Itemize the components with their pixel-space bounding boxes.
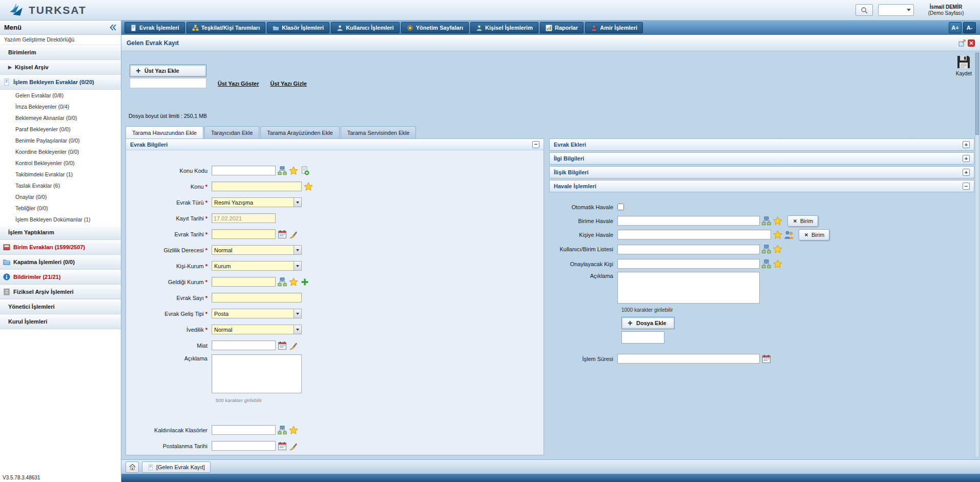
birime-havale-favorites-star-icon[interactable] <box>773 216 782 226</box>
expand-panel-button[interactable]: + <box>963 169 970 176</box>
havale-file-box[interactable] <box>621 331 664 344</box>
sidebar-item-benimle-paylasilanlar[interactable]: Benimle Paylaşılanlar (0/0) <box>0 135 121 146</box>
evrak-tarihi-clear-icon[interactable] <box>289 230 298 239</box>
nav-tab-klasor-islemleri[interactable]: Klasör İşlemleri <box>267 22 329 33</box>
kaldirilacak-klasorler-input[interactable] <box>212 425 276 435</box>
nav-tab-evrak-islemleri[interactable]: Evrak İşlemleri <box>124 22 185 33</box>
sidebar-item-fiziksel-arsiv[interactable]: Fiziksel Arşiv İşlemleri <box>0 285 121 299</box>
miat-clear-icon[interactable] <box>289 341 298 350</box>
geldigi-kurum-favorites-star-icon[interactable] <box>289 277 298 287</box>
birime-havale-input[interactable] <box>617 216 760 226</box>
expand-panel-button[interactable]: + <box>963 155 970 162</box>
ivedilik-select[interactable]: Normal <box>212 325 302 334</box>
konu-kodu-favorites-star-icon[interactable] <box>289 166 298 175</box>
evrak-turu-select[interactable]: Resmi Yazışma <box>212 197 302 207</box>
konu-kodu-lookup-icon[interactable] <box>278 166 287 175</box>
sidebar-item-yonetici-islemleri[interactable]: Yönetici İşlemleri <box>0 299 121 314</box>
sidebar-item-birim-evraklari[interactable]: Birim Evrakları (1599/2507) <box>0 240 121 255</box>
ilisik-bilgileri-header[interactable]: İlişik Bilgileri + <box>549 166 974 178</box>
evrak-tarihi-calendar-icon[interactable] <box>278 230 287 239</box>
miat-calendar-icon[interactable] <box>278 341 287 350</box>
konu-favorites-star-icon[interactable] <box>304 182 313 191</box>
sidebar-item-birimlerim[interactable]: Birimlerim <box>0 45 121 60</box>
dosya-ekle-button[interactable]: Dosya Ekle <box>621 317 675 329</box>
evrak-sayi-input[interactable] <box>212 293 302 303</box>
gizlilik-select[interactable]: Normal <box>212 245 302 255</box>
otomatik-havale-checkbox[interactable] <box>617 204 624 210</box>
expand-panel-button[interactable]: + <box>963 141 970 148</box>
cover-letter-file-box[interactable] <box>130 78 206 88</box>
user-info[interactable]: İsmail DEMİR (Demo Sayfası) <box>919 4 973 16</box>
konu-kodu-copy-doc-icon[interactable] <box>300 166 309 175</box>
postalanma-clear-icon[interactable] <box>289 441 298 451</box>
sidebar-item-kontrol-bekleyenler[interactable]: Kontrol Bekleyenler (0/0) <box>0 157 121 169</box>
tab-tarama-arayuzunden-ekle[interactable]: Tarama Arayüzünden Ekle <box>260 126 339 138</box>
konu-kodu-input[interactable] <box>212 166 276 175</box>
nav-tab-kisisel-islemlerim[interactable]: Kişisel İşlemlerim <box>470 22 538 33</box>
geldigi-kurum-add-icon[interactable] <box>300 277 309 287</box>
geldigi-kurum-lookup-icon[interactable] <box>278 277 287 287</box>
kisiye-havale-input[interactable] <box>617 230 771 239</box>
gelis-tipi-select[interactable]: Posta <box>212 309 302 318</box>
kullanici-birim-favorites-star-icon[interactable] <box>773 245 782 254</box>
onaylayacak-lookup-icon[interactable] <box>762 259 771 269</box>
kisiye-havale-favorites-star-icon[interactable] <box>773 230 782 239</box>
birime-havale-lookup-icon[interactable] <box>762 216 771 226</box>
ilgi-bilgileri-header[interactable]: İlgi Bilgileri + <box>549 152 974 165</box>
aciklama-textarea[interactable] <box>212 354 302 393</box>
tab-tarayicidan-ekle[interactable]: Tarayıcıdan Ekle <box>204 126 259 138</box>
sidebar-item-gelen-evraklar[interactable]: Gelen Evraklar (0/8) <box>0 90 121 101</box>
islem-suresi-input[interactable] <box>617 354 760 364</box>
save-button[interactable]: Kaydet <box>956 54 972 76</box>
nav-tab-yonetim-sayfalari[interactable]: Yönetim Sayfaları <box>401 22 469 33</box>
birime-havale-remove-unit-button[interactable]: Birim <box>787 215 818 227</box>
nav-tab-amir-islemleri[interactable]: Amir İşlemleri <box>585 22 643 33</box>
kaldirilacak-favorites-star-icon[interactable] <box>289 426 298 435</box>
miat-input[interactable] <box>212 340 276 350</box>
postalanma-tarihi-input[interactable] <box>212 441 276 451</box>
kisi-kurum-select[interactable]: Kurum <box>212 261 302 271</box>
sidebar-item-kurul-islemleri[interactable]: Kurul İşlemleri <box>0 314 121 329</box>
close-icon[interactable] <box>968 39 975 47</box>
vertical-scrollbar[interactable] <box>975 52 979 457</box>
onaylayacak-favorites-star-icon[interactable] <box>773 259 782 269</box>
kaldirilacak-lookup-icon[interactable] <box>278 426 287 435</box>
open-in-window-icon[interactable] <box>958 39 966 47</box>
sidebar-collapse-button[interactable] <box>109 24 117 31</box>
nav-tab-kullanici-islemleri[interactable]: Kullanıcı İşlemleri <box>331 22 400 33</box>
evrak-tarihi-input[interactable] <box>212 229 276 239</box>
sidebar-item-islem-bekleyen-evraklar[interactable]: İşlem Bekleyen Evraklar (0/20) <box>0 75 121 90</box>
evrak-bilgileri-header[interactable]: Evrak Bilgileri − <box>126 139 544 150</box>
sidebar-item-islem-bekleyen-dokumanlar[interactable]: İşlem Bekleyen Dokümanlar (1) <box>0 214 121 225</box>
onaylayacak-kisi-input[interactable] <box>617 259 760 269</box>
hide-cover-letter-link[interactable]: Üst Yazı Gizle <box>270 81 307 87</box>
sidebar-item-onaylar[interactable]: Onaylar (0/0) <box>0 191 121 203</box>
evrak-ekleri-header[interactable]: Evrak Ekleri + <box>549 138 974 151</box>
font-decrease-button[interactable]: A- <box>963 22 976 33</box>
sidebar-item-imza-bekleyenler[interactable]: İmza Bekleyenler (0/4) <box>0 101 121 112</box>
scrollbar-thumb[interactable] <box>975 53 979 135</box>
sidebar-item-taslak-evraklar[interactable]: Taslak Evraklar (6) <box>0 180 121 191</box>
havale-islemleri-header[interactable]: Havale İşlemleri − <box>549 180 974 192</box>
show-cover-letter-link[interactable]: Üst Yazı Göster <box>218 81 259 87</box>
sidebar-item-kapatma-islemleri[interactable]: Kapatma İşlemleri (0/0) <box>0 255 121 270</box>
tab-tarama-havuzundan-ekle[interactable]: Tarama Havuzundan Ekle <box>126 126 203 138</box>
sidebar-item-tebligler[interactable]: Tebliğler (0/0) <box>0 203 121 214</box>
sidebar-item-beklemeye-alinanlar[interactable]: Beklemeye Alınanlar (0/0) <box>0 112 121 124</box>
quick-select-dropdown[interactable] <box>878 4 914 16</box>
collapse-panel-button[interactable]: − <box>963 183 970 190</box>
nav-tab-raporlar[interactable]: Raporlar <box>540 22 583 33</box>
kisiye-havale-people-icon[interactable] <box>784 230 794 239</box>
font-increase-button[interactable]: A+ <box>949 22 962 33</box>
sidebar-item-bildirimler[interactable]: Bildirimler (21/21) <box>0 270 121 285</box>
kullanici-birim-lookup-icon[interactable] <box>762 245 771 254</box>
havale-aciklama-textarea[interactable] <box>617 272 760 304</box>
add-cover-letter-button[interactable]: Üst Yazı Ekle <box>130 65 206 77</box>
kullanici-birim-listesi-input[interactable] <box>617 245 760 254</box>
kisiye-havale-remove-unit-button[interactable]: Birim <box>799 229 829 240</box>
collapse-panel-button[interactable]: − <box>532 141 539 148</box>
taskbar-tab-gelen-evrak-kayit[interactable]: [Gelen Evrak Kayıt] <box>142 461 211 473</box>
konu-input[interactable] <box>212 182 302 191</box>
geldigi-kurum-input[interactable] <box>212 277 276 287</box>
nav-tab-teskilat-kisi-tanimlari[interactable]: Teşkilat/Kişi Tanımları <box>186 22 266 33</box>
